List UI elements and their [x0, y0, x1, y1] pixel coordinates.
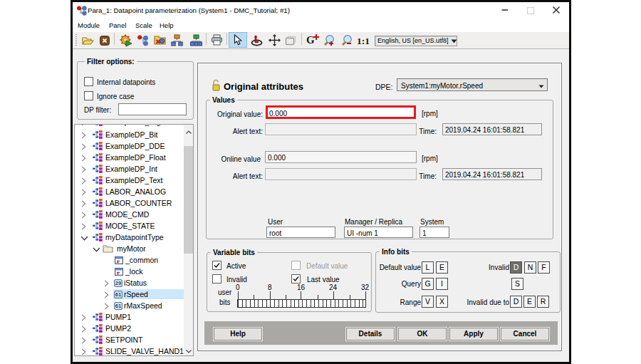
svg-text:29: 29	[115, 280, 121, 286]
svg-text:61: 61	[115, 303, 121, 309]
svg-text:61: 61	[115, 291, 121, 298]
